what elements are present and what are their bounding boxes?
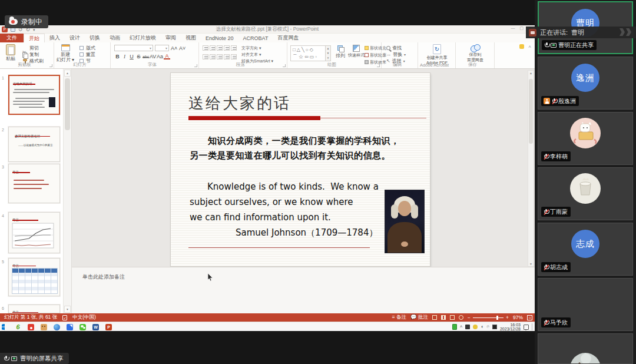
zoom-in-icon[interactable]: + — [506, 315, 509, 320]
strikethrough-button[interactable]: S — [135, 54, 142, 59]
action-center-icon[interactable] — [524, 325, 529, 330]
slide-body-chinese[interactable]: 知识分成两类，一类是我们要掌握的学科知识， 另一类是要知道在哪儿可以找到有关知识… — [190, 134, 423, 163]
tab-insert[interactable]: 插入 — [45, 34, 65, 42]
columns-button[interactable] — [231, 54, 237, 59]
vertical-scrollbar[interactable]: ▲ ▼ — [528, 70, 534, 267]
tray-expand-icon[interactable]: ˄ — [460, 324, 463, 330]
language-indicator[interactable]: 中文(中国) — [72, 314, 96, 321]
font-color-button[interactable]: A — [164, 54, 170, 59]
numbering-button[interactable] — [210, 45, 216, 51]
participant-tile-partial[interactable] — [538, 333, 633, 364]
slideshow-button[interactable] — [459, 315, 463, 320]
minimize-button[interactable] — [511, 26, 515, 31]
dialog-launcher-icon[interactable] — [194, 64, 197, 67]
slide-quote-english[interactable]: Knowledge is of two kinds. We know a sub… — [190, 179, 393, 240]
recording-indicator[interactable]: 录制中 — [5, 15, 48, 28]
zoom-out-icon[interactable]: − — [468, 315, 471, 320]
participant-tile-lizimeng[interactable]: 李梓萌 — [538, 112, 633, 165]
battery-icon[interactable] — [452, 324, 457, 330]
volume-icon[interactable]: ◖ — [481, 324, 483, 330]
text-direction-button[interactable]: 文字方向 ▾ — [241, 45, 273, 51]
fit-slide-to-window-icon[interactable] — [527, 315, 532, 320]
reading-view-button[interactable] — [450, 315, 455, 320]
slide-thumbnail-3[interactable]: 导言 — [8, 164, 60, 203]
tab-endnote[interactable]: EndNote 20 — [201, 34, 238, 42]
tab-review[interactable]: 审阅 — [161, 34, 181, 42]
align-left-button[interactable] — [203, 54, 208, 59]
tray-app-icon[interactable] — [465, 325, 470, 329]
scroll-down-icon[interactable]: ▼ — [528, 262, 534, 266]
align-right-button[interactable] — [217, 54, 223, 59]
app-pet-icon[interactable] — [41, 324, 47, 330]
underline-button[interactable]: U — [128, 54, 135, 59]
participant-tile-mayuxin[interactable]: 马予欣 — [538, 278, 633, 331]
shapes-gallery[interactable]: □△╲○◇⌒☆⇦▭◦ — [290, 45, 326, 61]
clear-format-button[interactable]: abc — [143, 55, 149, 59]
slide-canvas[interactable]: 送给大家的话 知识分成两类，一类是我们要掌握的学科知识， 另一类是要知道在哪儿可… — [171, 73, 430, 266]
ribbon-tail-icon[interactable] — [519, 44, 524, 49]
shapes-gallery-scroll[interactable]: ▲▼▾ — [326, 45, 331, 61]
network-icon[interactable]: ⌾ — [486, 324, 489, 330]
dialog-launcher-icon[interactable] — [283, 64, 286, 67]
collapse-ribbon-icon[interactable]: ˄ — [528, 44, 531, 49]
find-button[interactable]: 查找 — [386, 45, 406, 51]
powerpoint-taskbar-icon[interactable]: P — [105, 324, 112, 330]
tab-slideshow[interactable]: 幻灯片放映 — [125, 34, 161, 42]
font-size-select[interactable]: ▾ — [155, 45, 169, 51]
notes-toggle-button[interactable]: ≡ 备注 — [392, 314, 406, 321]
font-name-select[interactable]: ▾ — [114, 45, 153, 51]
show-desktop-button[interactable] — [532, 323, 533, 330]
slide-thumbnail-4[interactable]: 导言 — [8, 212, 60, 253]
tab-acrobat[interactable]: ACROBAT — [238, 34, 273, 42]
copy-button[interactable]: 复制 — [22, 51, 44, 58]
zoom-knob[interactable] — [496, 316, 498, 320]
quick-styles-button[interactable]: 快速样式 — [348, 52, 365, 58]
save-to-baidu-button[interactable]: 保存到百度网盘 — [466, 44, 484, 62]
scroll-up-icon[interactable]: ▲ — [64, 70, 71, 77]
thumbnail-scrollbar[interactable]: ▲ ▼ — [63, 69, 71, 313]
tray-display-icon[interactable] — [492, 325, 497, 329]
italic-button[interactable]: I — [121, 54, 128, 59]
reset-button[interactable]: 重置 — [79, 51, 95, 58]
arrange-button[interactable]: 排列 — [336, 52, 345, 59]
line-spacing-button[interactable] — [231, 45, 237, 51]
replace-button[interactable]: ↔替换 ▾ — [386, 51, 406, 58]
change-case-button[interactable]: Aa — [157, 54, 163, 59]
paste-button[interactable]: 粘贴 — [2, 44, 19, 62]
zoom-level[interactable]: 97% — [513, 315, 523, 320]
char-spacing-button[interactable]: AV — [150, 54, 156, 59]
increase-indent-button[interactable] — [224, 45, 230, 51]
start-button[interactable] — [2, 324, 8, 330]
word-icon[interactable]: W — [92, 324, 99, 330]
cut-button[interactable]: 剪切 — [22, 45, 44, 51]
layout-button[interactable]: 版式 — [79, 45, 95, 51]
slide-thumbnail-1[interactable]: 送给大家的话 — [8, 75, 60, 115]
slide-thumbnail-5[interactable]: 导言 — [8, 258, 60, 296]
dialog-launcher-icon[interactable] — [377, 64, 380, 67]
new-slide-button[interactable]: 新建幻灯片 ▾ — [57, 44, 74, 62]
browser-360-icon[interactable]: 6 — [15, 324, 21, 330]
bold-button[interactable]: B — [114, 54, 121, 59]
slide-sorter-view-button[interactable] — [441, 315, 446, 320]
spellcheck-icon[interactable] — [62, 315, 67, 320]
decrease-indent-button[interactable] — [217, 45, 223, 51]
tray-ime-icon[interactable] — [473, 325, 478, 329]
tab-design[interactable]: 设计 — [65, 34, 85, 42]
tab-animations[interactable]: 动画 — [105, 34, 125, 42]
scroll-up-icon[interactable]: ▲ — [528, 71, 534, 75]
slide-thumbnail-2[interactable]: 选择文献检索途径 ——以检索模式为中心的展示 — [8, 127, 60, 162]
tab-view[interactable]: 视图 — [181, 34, 201, 42]
scroll-down-icon[interactable]: ▼ — [64, 306, 71, 313]
zoom-slider[interactable]: − + — [468, 315, 509, 320]
grow-font-button[interactable]: A˄ — [171, 45, 177, 51]
slide-thumbnail-6[interactable]: 导言 — [8, 305, 60, 313]
taskbar-clock[interactable]: 16:03 2023/12/28 — [500, 323, 521, 332]
tab-transitions[interactable]: 切换 — [85, 34, 105, 42]
notes-pane[interactable]: 单击此处添加备注 — [72, 267, 535, 313]
tab-baidu-netdisk[interactable]: 百度网盘 — [273, 34, 303, 42]
participant-tile-dingyumeng[interactable]: 丁雨蒙 — [538, 167, 633, 220]
tab-file[interactable]: 文件 — [0, 34, 24, 42]
tab-home[interactable]: 开始 — [24, 34, 45, 42]
notes-placeholder[interactable]: 单击此处添加备注 — [82, 273, 125, 281]
bullets-button[interactable] — [203, 45, 208, 51]
